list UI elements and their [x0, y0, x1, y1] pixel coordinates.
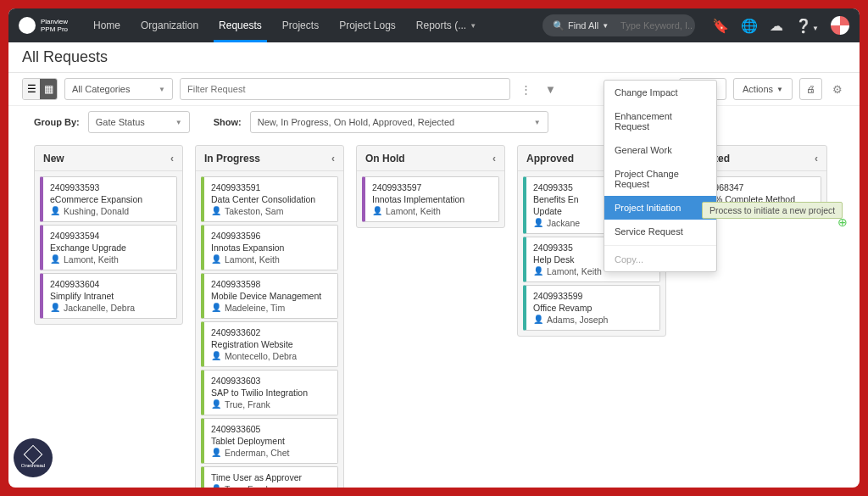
user-avatar[interactable]	[831, 16, 849, 35]
kanban-board: New‹2409933593eCommerce Expansion👤Kushin…	[8, 142, 860, 488]
list-view-button[interactable]: ☰	[23, 79, 40, 99]
search-input[interactable]	[615, 20, 692, 31]
cube-icon	[24, 445, 43, 465]
request-card[interactable]: 2409933604Simplify Intranet👤Jackanelle, …	[40, 273, 177, 319]
request-card[interactable]: 2409933591Data Center Consolidation👤Take…	[201, 176, 338, 222]
dd-item-service-request[interactable]: Service Request	[604, 220, 716, 243]
request-card[interactable]: 2409933605Tablet Deployment👤Enderman, Ch…	[201, 418, 338, 464]
chevron-down-icon: ▼	[159, 86, 165, 93]
top-navbar: Planview PPM Pro Home Organization Reque…	[8, 8, 860, 42]
nav-home[interactable]: Home	[83, 8, 131, 42]
chevron-down-icon: ▼	[776, 86, 783, 93]
person-icon: 👤	[211, 483, 221, 488]
column-body: 2409933591Data Center Consolidation👤Take…	[196, 171, 343, 488]
chevron-down-icon: ▼	[602, 22, 609, 30]
board-view-button[interactable]: ▦	[40, 79, 57, 99]
column-header: New‹	[35, 146, 182, 171]
person-icon: 👤	[533, 217, 543, 229]
column-body: 2409933593eCommerce Expansion👤Kushing, D…	[35, 171, 182, 324]
tooltip: Process to initiate a new project	[702, 202, 843, 219]
column-on-hold: On Hold‹2409933597Innotas Implementation…	[356, 145, 505, 228]
more-icon[interactable]: ⋮	[517, 83, 535, 96]
actions-button[interactable]: Actions▼	[733, 78, 793, 100]
person-icon: 👤	[372, 205, 382, 217]
nav-project-logs[interactable]: Project Logs	[329, 8, 406, 42]
help-icon[interactable]: ❔▼	[795, 18, 819, 34]
dd-item-change-impact[interactable]: Change Impact	[604, 81, 716, 104]
column-in-progress: In Progress‹2409933591Data Center Consol…	[195, 145, 344, 488]
globe-icon[interactable]: 🌐	[741, 18, 758, 34]
page-title: All Requests	[8, 42, 860, 73]
filter-icon[interactable]: ▼	[542, 83, 559, 96]
collapse-icon[interactable]: ‹	[815, 153, 818, 164]
request-card[interactable]: Time User as Approver👤True, FrankGate 4	[201, 466, 338, 488]
request-card[interactable]: 2409933594Exchange Upgrade👤Lamont, Keith	[40, 225, 177, 270]
chevron-down-icon: ▼	[175, 119, 182, 126]
cloud-icon[interactable]: ☁	[770, 18, 783, 34]
request-card[interactable]: 2409933597Innotas Implementation👤Lamont,…	[362, 176, 499, 222]
request-card[interactable]: 2409933602Registration Website👤Montecell…	[201, 321, 338, 367]
bookmark-icon[interactable]: 🔖	[712, 18, 729, 34]
person-icon: 👤	[211, 447, 221, 459]
new-dropdown-menu: Change ImpactEnhancement RequestGeneral …	[604, 80, 717, 272]
collapse-icon[interactable]: ‹	[331, 153, 335, 164]
request-card[interactable]: 2409933603SAP to Twilio Integration👤True…	[201, 370, 338, 415]
groupby-row: Group By: Gate Status▼ Show: New, In Pro…	[8, 106, 860, 142]
dd-item-general-work[interactable]: General Work	[604, 138, 716, 162]
dd-item-project-initiation[interactable]: Project Initiation	[604, 196, 716, 220]
nav-reports[interactable]: Reports (...▼	[406, 8, 487, 42]
person-icon: 👤	[50, 254, 60, 265]
request-card[interactable]: 2409933598Mobile Device Management👤Madel…	[201, 273, 338, 319]
filter-input[interactable]	[180, 78, 510, 100]
person-icon: 👤	[211, 254, 221, 265]
column-header: On Hold‹	[357, 146, 504, 171]
print-icon: 🖨	[806, 84, 815, 94]
dd-item-copy[interactable]: Copy...	[604, 248, 716, 271]
nav-requests[interactable]: Requests	[209, 8, 272, 42]
toolbar: ☰ ▦ All Categories▼ ⋮ ▼ New▼ Actions▼ 🖨 …	[8, 73, 860, 106]
planview-logo-icon	[19, 17, 36, 34]
person-icon: 👤	[50, 205, 60, 217]
person-icon: 👤	[533, 265, 543, 277]
main-nav: Home Organization Requests Projects Proj…	[83, 8, 487, 42]
column-new: New‹2409933593eCommerce Expansion👤Kushin…	[34, 145, 183, 325]
brand-logo[interactable]: Planview PPM Pro	[19, 17, 68, 34]
find-all-dropdown[interactable]: 🔍 Find All ▼	[546, 20, 615, 31]
collapse-icon[interactable]: ‹	[170, 153, 174, 164]
dd-item-project-change-request[interactable]: Project Change Request	[604, 162, 716, 196]
request-card[interactable]: 2409933596Innotas Expansion👤Lamont, Keit…	[201, 225, 338, 270]
nav-organization[interactable]: Organization	[131, 8, 209, 42]
groupby-label: Group By:	[34, 117, 80, 127]
search-icon: 🔍	[553, 20, 565, 31]
print-button[interactable]: 🖨	[799, 78, 822, 100]
brand-text: Planview PPM Pro	[41, 18, 68, 33]
person-icon: 👤	[211, 350, 221, 362]
show-select[interactable]: New, In Progress, On Hold, Approved, Rej…	[250, 111, 548, 133]
dd-item-enhancement-request[interactable]: Enhancement Request	[604, 104, 716, 138]
column-body: 2409933597Innotas Implementation👤Lamont,…	[357, 171, 504, 227]
column-header: In Progress‹	[196, 146, 343, 171]
top-icon-group: 🔖 🌐 ☁ ❔▼	[712, 16, 849, 35]
nav-projects[interactable]: Projects	[272, 8, 329, 42]
person-icon: 👤	[50, 302, 60, 314]
view-toggle: ☰ ▦	[22, 78, 58, 100]
category-select[interactable]: All Categories▼	[64, 78, 173, 100]
collapse-icon[interactable]: ‹	[492, 153, 496, 164]
person-icon: 👤	[533, 314, 543, 326]
groupby-select[interactable]: Gate Status▼	[88, 111, 190, 133]
person-icon: 👤	[211, 302, 221, 314]
show-label: Show:	[214, 117, 242, 127]
global-search[interactable]: 🔍 Find All ▼	[542, 14, 695, 36]
person-icon: 👤	[211, 205, 221, 217]
request-card[interactable]: 2409933593eCommerce Expansion👤Kushing, D…	[40, 176, 177, 222]
onethread-badge[interactable]: Onethread	[14, 438, 53, 477]
chevron-down-icon: ▼	[470, 22, 476, 30]
gear-icon[interactable]: ⚙	[829, 83, 846, 96]
person-icon: 👤	[211, 398, 221, 410]
request-card[interactable]: 2409933599Office Revamp👤Adams, Joseph	[523, 285, 660, 331]
chevron-down-icon: ▼	[534, 119, 541, 126]
